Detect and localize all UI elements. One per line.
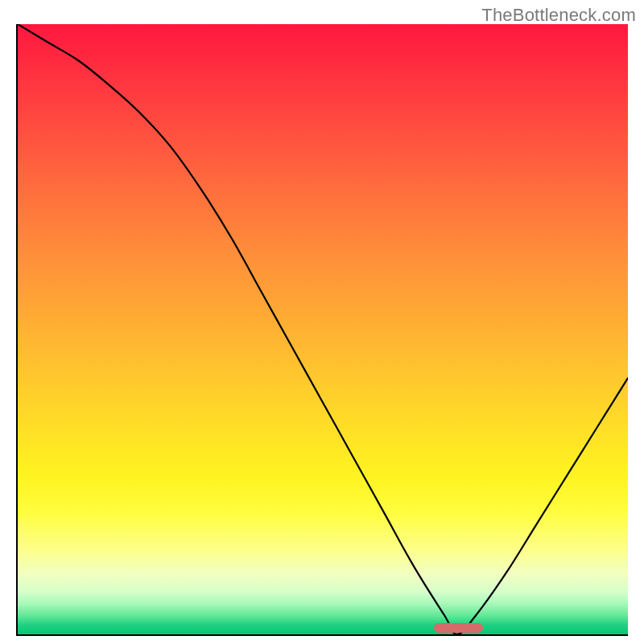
chart-container: TheBottleneck.com	[0, 0, 644, 644]
bottleneck-curve	[18, 24, 628, 634]
minimum-marker	[434, 623, 483, 633]
attribution-label: TheBottleneck.com	[481, 5, 636, 26]
plot-area	[16, 24, 628, 636]
curve-svg	[18, 24, 628, 634]
